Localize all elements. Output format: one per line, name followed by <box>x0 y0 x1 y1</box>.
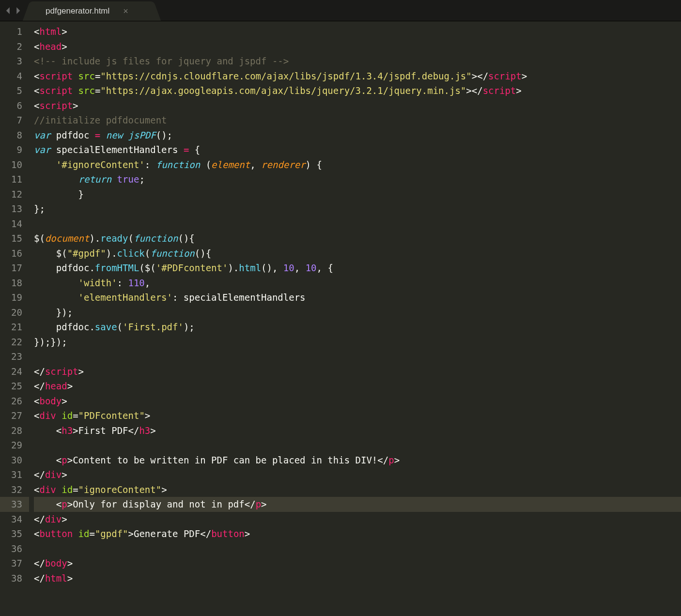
line-number-gutter: 1234567891011121314151617181920212223242… <box>0 21 29 616</box>
line-number: 19 <box>0 290 22 305</box>
nav-back-icon[interactable] <box>5 5 12 16</box>
code-line[interactable]: } <box>34 187 681 202</box>
code-line[interactable]: <script src="https://ajax.googleapis.com… <box>34 83 681 98</box>
code-line[interactable]: </div> <box>34 467 681 482</box>
code-line[interactable]: </body> <box>34 556 681 571</box>
code-line[interactable]: <p>Only for display and not in pdf</p> <box>34 497 681 512</box>
code-line[interactable]: </script> <box>34 364 681 379</box>
code-line[interactable]: <!-- include js files for jquery and jsp… <box>34 54 681 69</box>
code-line[interactable]: 'elementHandlers': specialElementHandler… <box>34 290 681 305</box>
code-line[interactable]: });}); <box>34 335 681 350</box>
line-number: 20 <box>0 305 22 320</box>
line-number: 35 <box>0 526 22 541</box>
line-number: 24 <box>0 364 22 379</box>
line-number: 8 <box>0 128 22 143</box>
line-number: 28 <box>0 423 22 438</box>
code-line[interactable]: <script> <box>34 98 681 113</box>
line-number: 2 <box>0 39 22 54</box>
tab-filename: pdfgenerator.html <box>46 6 109 16</box>
code-line[interactable]: var pdfdoc = new jsPDF(); <box>34 128 681 143</box>
line-number: 30 <box>0 453 22 468</box>
code-line[interactable]: '#ignoreContent': function (element, ren… <box>34 157 681 172</box>
file-tab[interactable]: pdfgenerator.html × <box>33 1 151 21</box>
line-number: 7 <box>0 113 22 128</box>
line-number: 1 <box>0 24 22 39</box>
code-line[interactable]: <div id="PDFcontent"> <box>34 408 681 423</box>
nav-arrows <box>3 5 26 21</box>
code-line[interactable]: $(document).ready(function(){ <box>34 231 681 246</box>
code-line[interactable]: //initialize pdfdocument <box>34 113 681 128</box>
code-line[interactable]: return true; <box>34 172 681 187</box>
code-line[interactable]: <p>Content to be written in PDF can be p… <box>34 453 681 468</box>
line-number: 5 <box>0 83 22 98</box>
line-number: 17 <box>0 261 22 276</box>
editor: 1234567891011121314151617181920212223242… <box>0 21 681 616</box>
line-number: 16 <box>0 246 22 261</box>
code-line[interactable]: pdfdoc.fromHTML($('#PDFcontent').html(),… <box>34 261 681 276</box>
code-line[interactable]: $("#gpdf").click(function(){ <box>34 246 681 261</box>
line-number: 23 <box>0 349 22 364</box>
line-number: 14 <box>0 216 22 231</box>
line-number: 25 <box>0 379 22 394</box>
tab-close-icon[interactable]: × <box>123 7 128 15</box>
line-number: 37 <box>0 556 22 571</box>
line-number: 11 <box>0 172 22 187</box>
code-line[interactable]: <button id="gpdf">Generate PDF</button> <box>34 526 681 541</box>
line-number: 32 <box>0 482 22 497</box>
line-number: 18 <box>0 276 22 291</box>
line-number: 6 <box>0 98 22 113</box>
line-number: 22 <box>0 335 22 350</box>
line-number: 9 <box>0 142 22 157</box>
line-number: 31 <box>0 467 22 482</box>
line-number: 21 <box>0 320 22 335</box>
code-line[interactable] <box>34 349 681 364</box>
code-line[interactable] <box>34 438 681 453</box>
code-line[interactable]: <div id="ignoreContent"> <box>34 482 681 497</box>
line-number: 29 <box>0 438 22 453</box>
code-line[interactable]: }); <box>34 305 681 320</box>
line-number: 10 <box>0 157 22 172</box>
code-line[interactable]: <h3>First PDF</h3> <box>34 423 681 438</box>
code-line[interactable]: </head> <box>34 379 681 394</box>
code-line[interactable] <box>34 541 681 556</box>
code-line[interactable]: </div> <box>34 512 681 527</box>
code-line[interactable]: }; <box>34 201 681 216</box>
line-number: 34 <box>0 512 22 527</box>
line-number: 27 <box>0 408 22 423</box>
line-number: 3 <box>0 54 22 69</box>
line-number: 15 <box>0 231 22 246</box>
line-number: 38 <box>0 571 22 586</box>
title-bar: pdfgenerator.html × <box>0 0 681 21</box>
code-line[interactable]: <script src="https://cdnjs.cloudflare.co… <box>34 69 681 84</box>
code-line[interactable]: <head> <box>34 39 681 54</box>
line-number: 36 <box>0 541 22 556</box>
line-number: 13 <box>0 201 22 216</box>
code-line[interactable]: var specialElementHandlers = { <box>34 142 681 157</box>
code-line[interactable]: <body> <box>34 394 681 409</box>
line-number: 26 <box>0 394 22 409</box>
line-number: 4 <box>0 69 22 84</box>
code-line[interactable]: </html> <box>34 571 681 586</box>
code-area[interactable]: <html><head><!-- include js files for jq… <box>29 21 681 616</box>
code-line[interactable]: 'width': 110, <box>34 276 681 291</box>
line-number: 33 <box>0 497 29 512</box>
code-line[interactable] <box>34 216 681 231</box>
line-number: 12 <box>0 187 22 202</box>
nav-forward-icon[interactable] <box>15 5 21 16</box>
code-line[interactable]: <html> <box>34 24 681 39</box>
code-line[interactable]: pdfdoc.save('First.pdf'); <box>34 320 681 335</box>
